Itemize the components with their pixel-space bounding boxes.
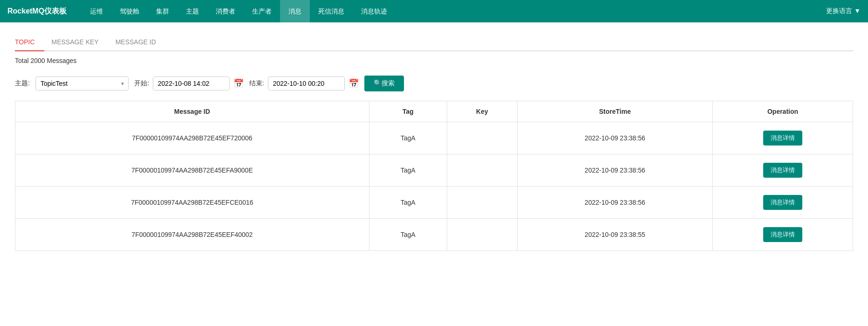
cell-store-time: 2022-10-09 23:38:56 <box>517 122 712 154</box>
table-row: 7F00000109974AA298B72E45EFA9000E TagA 20… <box>15 154 853 187</box>
lang-switcher[interactable]: 更换语言 ▼ <box>826 7 861 15</box>
end-label: 结束: <box>249 79 264 88</box>
nav-items: 运维 驾驶舱 集群 主题 消费者 生产者 消息 死信消息 消息轨迹 <box>82 0 826 22</box>
cell-key <box>447 154 517 187</box>
cell-store-time: 2022-10-09 23:38:55 <box>517 219 712 251</box>
nav-item-jiqun[interactable]: 集群 <box>148 0 178 22</box>
navbar: RocketMQ仪表板 运维 驾驶舱 集群 主题 消费者 生产者 消息 死信消息… <box>0 0 868 22</box>
tab-message-id[interactable]: MESSAGE ID <box>116 34 165 51</box>
nav-item-xiaoxiguiji[interactable]: 消息轨迹 <box>353 0 396 22</box>
cell-key <box>447 122 517 154</box>
start-label: 开始: <box>134 79 149 88</box>
cell-tag: TagA <box>369 122 447 154</box>
cell-message-id: 7F00000109974AA298B72E45EFA9000E <box>15 154 369 187</box>
cell-tag: TagA <box>369 187 447 219</box>
cell-tag: TagA <box>369 219 447 251</box>
nav-item-sixinxiaoxi[interactable]: 死信消息 <box>310 0 353 22</box>
end-calendar-icon[interactable]: 📅 <box>349 78 359 89</box>
table-row: 7F00000109974AA298B72E45EF720006 TagA 20… <box>15 122 853 154</box>
tab-topic[interactable]: TOPIC <box>15 34 44 51</box>
end-date-group: 结束: 📅 <box>249 76 359 90</box>
nav-item-jiashicang[interactable]: 驾驶舱 <box>111 0 148 22</box>
col-header-message-id: Message ID <box>15 101 369 122</box>
start-date-group: 开始: 📅 <box>134 76 244 90</box>
col-header-storetime: StoreTime <box>517 101 712 122</box>
cell-key <box>447 219 517 251</box>
detail-button[interactable]: 消息详情 <box>763 227 802 242</box>
start-date-input[interactable] <box>153 76 230 90</box>
cell-message-id: 7F00000109974AA298B72E45EF720006 <box>15 122 369 154</box>
cell-operation: 消息详情 <box>713 122 853 154</box>
cell-operation: 消息详情 <box>713 219 853 251</box>
start-calendar-icon[interactable]: 📅 <box>233 78 244 89</box>
messages-table: Message ID Tag Key StoreTime Operation 7… <box>15 101 853 251</box>
topic-label: 主题: <box>15 79 30 88</box>
nav-item-xiaofei[interactable]: 消费者 <box>207 0 244 22</box>
detail-button[interactable]: 消息详情 <box>763 131 802 146</box>
end-date-input[interactable] <box>268 76 345 90</box>
nav-item-shengchan[interactable]: 生产者 <box>244 0 280 22</box>
search-button[interactable]: 🔍搜索 <box>364 76 404 91</box>
col-header-operation: Operation <box>713 101 853 122</box>
cell-tag: TagA <box>369 154 447 187</box>
cell-operation: 消息详情 <box>713 154 853 187</box>
nav-item-xiaoxi[interactable]: 消息 <box>280 0 310 22</box>
search-bar: 主题: TopicTest 开始: 📅 结束: 📅 🔍搜索 <box>15 76 853 91</box>
topic-select-wrapper[interactable]: TopicTest <box>35 76 129 90</box>
tab-message-key[interactable]: MESSAGE KEY <box>52 34 108 51</box>
detail-button[interactable]: 消息详情 <box>763 163 802 178</box>
cell-key <box>447 187 517 219</box>
detail-button[interactable]: 消息详情 <box>763 195 802 210</box>
main-content: TOPIC MESSAGE KEY MESSAGE ID Total 2000 … <box>0 22 868 262</box>
cell-message-id: 7F00000109974AA298B72E45EEF40002 <box>15 219 369 251</box>
total-messages: Total 2000 Messages <box>15 57 853 64</box>
cell-message-id: 7F00000109974AA298B72E45EFCE0016 <box>15 187 369 219</box>
cell-store-time: 2022-10-09 23:38:56 <box>517 187 712 219</box>
col-header-tag: Tag <box>369 101 447 122</box>
table-row: 7F00000109974AA298B72E45EFCE0016 TagA 20… <box>15 187 853 219</box>
nav-item-yunwei[interactable]: 运维 <box>82 0 111 22</box>
table-row: 7F00000109974AA298B72E45EEF40002 TagA 20… <box>15 219 853 251</box>
cell-operation: 消息详情 <box>713 187 853 219</box>
cell-store-time: 2022-10-09 23:38:56 <box>517 154 712 187</box>
col-header-key: Key <box>447 101 517 122</box>
brand: RocketMQ仪表板 <box>7 7 67 16</box>
tab-bar: TOPIC MESSAGE KEY MESSAGE ID <box>15 34 853 51</box>
topic-select[interactable]: TopicTest <box>35 76 129 90</box>
nav-item-zhuti[interactable]: 主题 <box>178 0 207 22</box>
